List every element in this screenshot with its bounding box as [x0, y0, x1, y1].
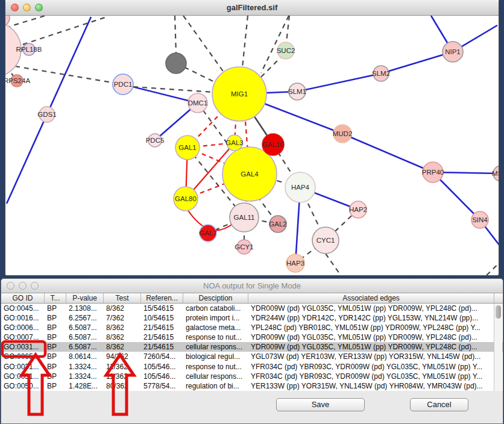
cell-p_value[interactable]: 6.5087...: [66, 323, 104, 332]
column-header-referen-[interactable]: Referen...: [141, 293, 183, 303]
cell-type[interactable]: BP: [45, 362, 66, 372]
cell-go_id[interactable]: GO:0031...: [1, 372, 45, 381]
cell-description[interactable]: regulation of bi...: [183, 381, 248, 391]
cell-p_value[interactable]: 1.3324...: [66, 362, 104, 372]
node-label-RPS24A: RPS24A: [5, 77, 30, 84]
vertical-scrollbar[interactable]: [494, 304, 502, 391]
table-row[interactable]: GO:0031...BP1.3324...11/362105/546...cel…: [1, 372, 503, 381]
column-header-test[interactable]: Test: [104, 293, 141, 303]
node-label-HAP3: HAP3: [286, 260, 304, 267]
cell-go_id[interactable]: GO:0050...: [1, 381, 45, 391]
table-row[interactable]: GO:0006...BP6.5087...8/36221/54615galact…: [1, 323, 503, 332]
cell-description[interactable]: response to nut...: [183, 362, 248, 372]
cell-test[interactable]: 8/362: [104, 304, 141, 313]
cell-test[interactable]: 8/362: [104, 342, 141, 352]
scrollbar-thumb[interactable]: [496, 305, 501, 319]
cell-edges[interactable]: YPL248C (pd) YBR018C, YML051W (pp) YDR00…: [248, 323, 494, 332]
table-row[interactable]: GO:0050...BP1.428E...80/3625778/54...reg…: [1, 381, 503, 391]
cell-go_id[interactable]: GO:0016...: [1, 313, 45, 323]
column-header-associated-edges[interactable]: Associated edges: [248, 293, 494, 303]
cell-test[interactable]: 11/362: [104, 372, 141, 381]
cell-edges[interactable]: YGL073W (pd) YER103W, YER133W (pp) YOR31…: [248, 352, 494, 361]
table-header-row: GO IDT...P-valueTestReferen...Desciption…: [1, 293, 503, 304]
cell-test[interactable]: 94/362: [104, 352, 141, 361]
table-row[interactable]: GO:0007...BP6.5087...8/36221/54615respon…: [1, 332, 503, 342]
cell-description[interactable]: cellular respons...: [183, 342, 248, 352]
cell-type[interactable]: BP: [45, 323, 66, 332]
cell-reference[interactable]: 105/546...: [141, 362, 183, 372]
cell-p_value[interactable]: 6.2567...: [66, 313, 104, 323]
table-row[interactable]: GO:0016...BP6.2567...7/36210/54615protei…: [1, 313, 503, 323]
cell-type[interactable]: BP: [45, 342, 66, 352]
noa-window-titlebar[interactable]: NOA output for Single Mode: [1, 279, 503, 293]
node-label-SLM2: SLM2: [372, 70, 390, 77]
cell-test[interactable]: 80/362: [104, 381, 141, 391]
cell-test[interactable]: 7/362: [104, 313, 141, 323]
cell-edges[interactable]: YER133W (pp) YOR315W, YNL145W (pd) YHR08…: [248, 381, 494, 391]
network-window-titlebar[interactable]: galFiltered.sif: [5, 0, 499, 16]
cell-edges[interactable]: YDR009W (pd) YGL035C, YML051W (pp) YDR00…: [248, 332, 494, 342]
cell-go_id[interactable]: GO:0031...: [1, 342, 45, 352]
node-label-PDC5: PDC5: [146, 137, 165, 144]
cell-description[interactable]: carbon cataboli...: [183, 304, 248, 313]
cell-go_id[interactable]: GO:0045...: [1, 304, 45, 313]
cell-type[interactable]: BP: [45, 372, 66, 381]
cell-description[interactable]: galactose meta...: [183, 323, 248, 332]
cell-edges[interactable]: YFR034C (pd) YBR093C, YDR009W (pd) YGL03…: [248, 372, 494, 381]
cell-p_value[interactable]: 2.1308...: [66, 304, 104, 313]
cell-test[interactable]: 8/362: [104, 323, 141, 332]
cell-type[interactable]: BP: [45, 352, 66, 361]
cell-go_id[interactable]: GO:0007...: [1, 332, 45, 342]
node-corner-pink[interactable]: [5, 16, 10, 26]
cell-go_id[interactable]: GO:0065...: [1, 352, 45, 361]
column-header-p-value[interactable]: P-value: [66, 293, 104, 303]
table-row[interactable]: GO:0031...BP1.3324...11/362105/546...res…: [1, 362, 503, 372]
table-row[interactable]: GO:0065...BP8.0614...94/3627260/54...bio…: [1, 352, 503, 361]
cell-edges[interactable]: YDR244W (pp) YDR142C, YDR142C (pp) YGL15…: [248, 313, 494, 323]
cell-reference[interactable]: 21/54615: [141, 323, 183, 332]
network-window: galFiltered.sif RPL18BRPS24AGDS1PDC1DMC1…: [5, 0, 499, 276]
network-window-title: galFiltered.sif: [5, 3, 499, 12]
cell-type[interactable]: BP: [45, 332, 66, 342]
cancel-button[interactable]: Cancel: [410, 398, 468, 411]
desktop: galFiltered.sif RPL18BRPS24AGDS1PDC1DMC1…: [0, 0, 504, 424]
cell-p_value[interactable]: 6.5087...: [66, 332, 104, 342]
cell-reference[interactable]: 21/54615: [141, 342, 183, 352]
cell-p_value[interactable]: 1.428E...: [66, 381, 104, 391]
column-header-go-id[interactable]: GO ID: [1, 293, 45, 303]
cell-edges[interactable]: YDR009W (pd) YGL035C, YML051W (pp) YDR00…: [248, 304, 494, 313]
cell-reference[interactable]: 7260/54...: [141, 352, 183, 361]
cell-type[interactable]: BP: [45, 381, 66, 391]
cell-reference[interactable]: 105/546...: [141, 372, 183, 381]
cell-reference[interactable]: 21/54615: [141, 332, 183, 342]
network-canvas[interactable]: RPL18BRPS24AGDS1PDC1DMC1MIG1SUC2SLM1SLM2…: [5, 16, 499, 275]
cell-p_value[interactable]: 1.3324...: [66, 372, 104, 381]
cell-description[interactable]: cellular respons...: [183, 372, 248, 381]
column-header-desciption[interactable]: Desciption: [183, 293, 248, 303]
cell-type[interactable]: BP: [45, 313, 66, 323]
cell-edges[interactable]: YDR009W (pd) YGL035C, YML051W (pp) YDR00…: [248, 342, 494, 352]
column-header-t-[interactable]: T...: [45, 293, 66, 303]
cell-type[interactable]: BP: [45, 304, 66, 313]
table-row[interactable]: GO:0045...BP2.1308...8/36215/54615carbon…: [1, 304, 503, 313]
node-label-GCY1: GCY1: [235, 243, 253, 251]
cell-reference[interactable]: 5778/54...: [141, 381, 183, 391]
cell-reference[interactable]: 10/54615: [141, 313, 183, 323]
cell-edges[interactable]: YFR034C (pd) YBR093C, YDR009W (pd) YGL03…: [248, 362, 494, 372]
save-button[interactable]: Save: [276, 398, 365, 411]
table-row[interactable]: GO:0031...BP6.5087...8/36221/54615cellul…: [1, 342, 503, 352]
node-label-SUC2: SUC2: [277, 47, 295, 54]
cell-description[interactable]: protein import i...: [183, 313, 248, 323]
cell-description[interactable]: biological regul...: [183, 352, 248, 361]
cell-test[interactable]: 11/362: [104, 362, 141, 372]
cell-p_value[interactable]: 6.5087...: [66, 342, 104, 352]
cell-reference[interactable]: 15/54615: [141, 304, 183, 313]
cell-p_value[interactable]: 8.0614...: [66, 352, 104, 361]
cell-description[interactable]: response to nut...: [183, 332, 248, 342]
cell-go_id[interactable]: GO:0031...: [1, 362, 45, 372]
node-label-GAL7: GAL7: [199, 229, 216, 237]
cell-go_id[interactable]: GO:0006...: [1, 323, 45, 332]
node-gray-unlabeled[interactable]: [166, 53, 186, 73]
cell-test[interactable]: 8/362: [104, 332, 141, 342]
node-label-SLM1: SLM1: [288, 88, 306, 95]
